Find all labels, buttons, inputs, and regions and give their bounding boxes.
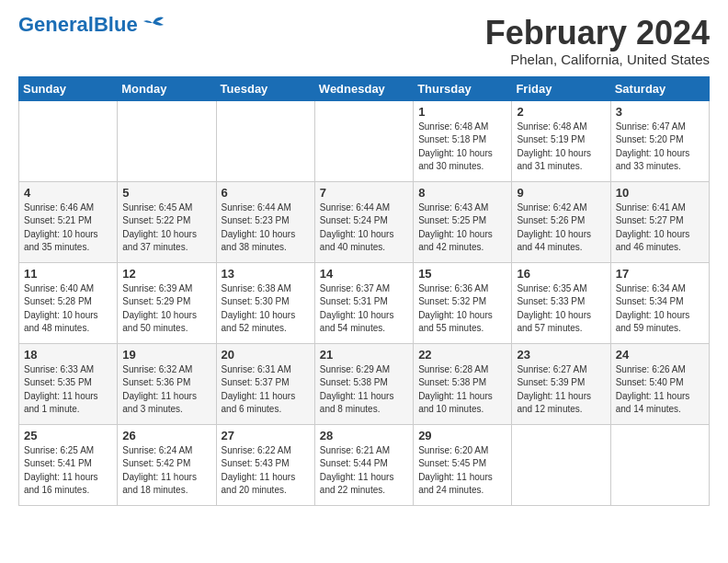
logo-text: GeneralBlue bbox=[18, 15, 138, 35]
day-number: 15 bbox=[418, 267, 506, 281]
calendar-cell: 25Sunrise: 6:25 AM Sunset: 5:41 PM Dayli… bbox=[19, 424, 118, 505]
day-info: Sunrise: 6:40 AM Sunset: 5:28 PM Dayligh… bbox=[24, 282, 112, 336]
day-number: 5 bbox=[122, 186, 210, 200]
day-number: 23 bbox=[517, 348, 605, 362]
calendar-cell: 4Sunrise: 6:46 AM Sunset: 5:21 PM Daylig… bbox=[19, 181, 118, 262]
calendar-week-3: 11Sunrise: 6:40 AM Sunset: 5:28 PM Dayli… bbox=[19, 262, 710, 343]
header-row: SundayMondayTuesdayWednesdayThursdayFrid… bbox=[19, 76, 710, 100]
day-info: Sunrise: 6:22 AM Sunset: 5:43 PM Dayligh… bbox=[222, 444, 310, 498]
calendar-cell: 1Sunrise: 6:48 AM Sunset: 5:18 PM Daylig… bbox=[414, 100, 512, 181]
calendar-cell: 12Sunrise: 6:39 AM Sunset: 5:29 PM Dayli… bbox=[118, 262, 216, 343]
calendar-header: SundayMondayTuesdayWednesdayThursdayFrid… bbox=[19, 76, 710, 100]
page-header: GeneralBlue February 2024 Phelan, Califo… bbox=[18, 15, 710, 67]
calendar-cell bbox=[512, 424, 610, 505]
day-number: 1 bbox=[418, 105, 506, 119]
calendar-cell: 14Sunrise: 6:37 AM Sunset: 5:31 PM Dayli… bbox=[314, 262, 413, 343]
calendar-cell: 8Sunrise: 6:43 AM Sunset: 5:25 PM Daylig… bbox=[414, 181, 512, 262]
title-block: February 2024 Phelan, California, United… bbox=[485, 15, 710, 67]
day-info: Sunrise: 6:21 AM Sunset: 5:44 PM Dayligh… bbox=[320, 444, 408, 498]
day-number: 9 bbox=[517, 186, 605, 200]
day-info: Sunrise: 6:44 AM Sunset: 5:24 PM Dayligh… bbox=[320, 201, 408, 255]
day-info: Sunrise: 6:48 AM Sunset: 5:19 PM Dayligh… bbox=[517, 121, 605, 174]
calendar-cell bbox=[118, 100, 216, 181]
calendar-cell: 11Sunrise: 6:40 AM Sunset: 5:28 PM Dayli… bbox=[19, 262, 118, 343]
day-info: Sunrise: 6:36 AM Sunset: 5:32 PM Dayligh… bbox=[418, 282, 506, 336]
calendar-cell: 20Sunrise: 6:31 AM Sunset: 5:37 PM Dayli… bbox=[216, 343, 314, 424]
month-title: February 2024 bbox=[485, 15, 710, 52]
calendar-cell: 2Sunrise: 6:48 AM Sunset: 5:19 PM Daylig… bbox=[512, 100, 610, 181]
location: Phelan, California, United States bbox=[485, 52, 710, 67]
day-info: Sunrise: 6:26 AM Sunset: 5:40 PM Dayligh… bbox=[616, 363, 704, 417]
day-number: 12 bbox=[122, 267, 210, 281]
calendar-cell: 7Sunrise: 6:44 AM Sunset: 5:24 PM Daylig… bbox=[314, 181, 413, 262]
header-cell-saturday: Saturday bbox=[610, 76, 709, 100]
day-number: 25 bbox=[24, 429, 112, 442]
day-number: 11 bbox=[24, 267, 112, 281]
calendar-week-1: 1Sunrise: 6:48 AM Sunset: 5:18 PM Daylig… bbox=[19, 100, 710, 181]
day-number: 22 bbox=[418, 348, 506, 362]
calendar-cell: 24Sunrise: 6:26 AM Sunset: 5:40 PM Dayli… bbox=[610, 343, 709, 424]
day-info: Sunrise: 6:37 AM Sunset: 5:31 PM Dayligh… bbox=[320, 282, 408, 336]
calendar-week-2: 4Sunrise: 6:46 AM Sunset: 5:21 PM Daylig… bbox=[19, 181, 710, 262]
day-number: 7 bbox=[320, 186, 408, 200]
calendar-cell: 27Sunrise: 6:22 AM Sunset: 5:43 PM Dayli… bbox=[216, 424, 314, 505]
day-info: Sunrise: 6:25 AM Sunset: 5:41 PM Dayligh… bbox=[24, 444, 112, 498]
day-number: 17 bbox=[616, 267, 704, 281]
calendar-cell: 5Sunrise: 6:45 AM Sunset: 5:22 PM Daylig… bbox=[118, 181, 216, 262]
day-info: Sunrise: 6:48 AM Sunset: 5:18 PM Dayligh… bbox=[418, 121, 506, 174]
day-info: Sunrise: 6:38 AM Sunset: 5:30 PM Dayligh… bbox=[222, 282, 310, 336]
calendar-cell: 26Sunrise: 6:24 AM Sunset: 5:42 PM Dayli… bbox=[118, 424, 216, 505]
calendar-cell: 10Sunrise: 6:41 AM Sunset: 5:27 PM Dayli… bbox=[610, 181, 709, 262]
calendar-cell: 21Sunrise: 6:29 AM Sunset: 5:38 PM Dayli… bbox=[314, 343, 413, 424]
calendar-week-4: 18Sunrise: 6:33 AM Sunset: 5:35 PM Dayli… bbox=[19, 343, 710, 424]
day-info: Sunrise: 6:43 AM Sunset: 5:25 PM Dayligh… bbox=[418, 201, 506, 255]
calendar-cell: 19Sunrise: 6:32 AM Sunset: 5:36 PM Dayli… bbox=[118, 343, 216, 424]
day-number: 26 bbox=[122, 429, 210, 442]
day-info: Sunrise: 6:39 AM Sunset: 5:29 PM Dayligh… bbox=[122, 282, 210, 336]
day-info: Sunrise: 6:45 AM Sunset: 5:22 PM Dayligh… bbox=[122, 201, 210, 255]
day-number: 8 bbox=[418, 186, 506, 200]
day-number: 16 bbox=[517, 267, 605, 281]
day-info: Sunrise: 6:34 AM Sunset: 5:34 PM Dayligh… bbox=[616, 282, 704, 336]
header-cell-sunday: Sunday bbox=[19, 76, 118, 100]
day-number: 6 bbox=[222, 186, 310, 200]
day-number: 13 bbox=[222, 267, 310, 281]
day-number: 2 bbox=[517, 105, 605, 119]
logo-bird-icon bbox=[140, 14, 165, 32]
calendar-cell bbox=[216, 100, 314, 181]
day-number: 10 bbox=[616, 186, 704, 200]
calendar-table: SundayMondayTuesdayWednesdayThursdayFrid… bbox=[18, 76, 710, 506]
header-cell-wednesday: Wednesday bbox=[314, 76, 413, 100]
day-info: Sunrise: 6:28 AM Sunset: 5:38 PM Dayligh… bbox=[418, 363, 506, 417]
day-info: Sunrise: 6:47 AM Sunset: 5:20 PM Dayligh… bbox=[616, 121, 704, 174]
calendar-cell: 16Sunrise: 6:35 AM Sunset: 5:33 PM Dayli… bbox=[512, 262, 610, 343]
day-number: 19 bbox=[122, 348, 210, 362]
calendar-week-5: 25Sunrise: 6:25 AM Sunset: 5:41 PM Dayli… bbox=[19, 424, 710, 505]
logo: GeneralBlue bbox=[18, 15, 165, 35]
day-info: Sunrise: 6:31 AM Sunset: 5:37 PM Dayligh… bbox=[222, 363, 310, 417]
day-info: Sunrise: 6:44 AM Sunset: 5:23 PM Dayligh… bbox=[222, 201, 310, 255]
header-cell-friday: Friday bbox=[512, 76, 610, 100]
day-info: Sunrise: 6:24 AM Sunset: 5:42 PM Dayligh… bbox=[122, 444, 210, 498]
calendar-body: 1Sunrise: 6:48 AM Sunset: 5:18 PM Daylig… bbox=[19, 100, 710, 505]
calendar-cell: 18Sunrise: 6:33 AM Sunset: 5:35 PM Dayli… bbox=[19, 343, 118, 424]
header-cell-thursday: Thursday bbox=[414, 76, 512, 100]
day-number: 14 bbox=[320, 267, 408, 281]
calendar-cell bbox=[314, 100, 413, 181]
day-number: 20 bbox=[222, 348, 310, 362]
day-number: 18 bbox=[24, 348, 112, 362]
calendar-cell bbox=[610, 424, 709, 505]
calendar-cell bbox=[19, 100, 118, 181]
day-info: Sunrise: 6:27 AM Sunset: 5:39 PM Dayligh… bbox=[517, 363, 605, 417]
calendar-cell: 15Sunrise: 6:36 AM Sunset: 5:32 PM Dayli… bbox=[414, 262, 512, 343]
calendar-cell: 9Sunrise: 6:42 AM Sunset: 5:26 PM Daylig… bbox=[512, 181, 610, 262]
calendar-cell: 13Sunrise: 6:38 AM Sunset: 5:30 PM Dayli… bbox=[216, 262, 314, 343]
day-info: Sunrise: 6:42 AM Sunset: 5:26 PM Dayligh… bbox=[517, 201, 605, 255]
calendar-cell: 6Sunrise: 6:44 AM Sunset: 5:23 PM Daylig… bbox=[216, 181, 314, 262]
day-number: 3 bbox=[616, 105, 704, 119]
calendar-cell: 29Sunrise: 6:20 AM Sunset: 5:45 PM Dayli… bbox=[414, 424, 512, 505]
day-number: 29 bbox=[418, 429, 506, 442]
day-number: 4 bbox=[24, 186, 112, 200]
day-info: Sunrise: 6:41 AM Sunset: 5:27 PM Dayligh… bbox=[616, 201, 704, 255]
day-info: Sunrise: 6:46 AM Sunset: 5:21 PM Dayligh… bbox=[24, 201, 112, 255]
